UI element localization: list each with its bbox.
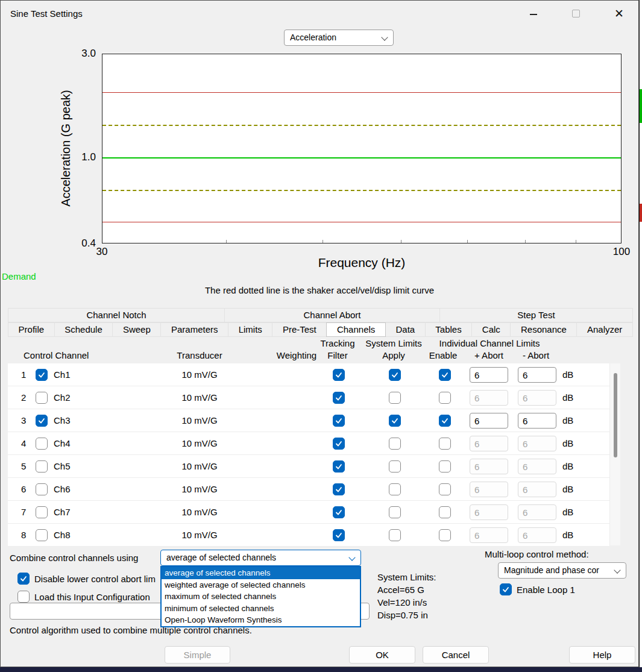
chevron-down-icon [381,34,388,40]
individual-limits-enable-checkbox[interactable] [439,460,451,473]
tracking-filter-checkbox[interactable] [333,506,345,518]
chart-line-abort-upper [102,92,621,93]
tracking-filter-checkbox[interactable] [333,415,345,427]
plus-abort-input[interactable] [470,482,508,497]
combine-option-0[interactable]: average of selected channels [162,567,360,579]
x-minor-tick [467,240,468,243]
tab-data[interactable]: Data [385,322,426,337]
enable-loop-checkbox[interactable] [500,583,512,595]
minus-abort-input[interactable] [518,459,556,474]
tab-sweep[interactable]: Sweep [112,322,161,337]
titlebar: Sine Test Settings ✕ [1,1,638,28]
minus-abort-input[interactable] [518,527,556,543]
plus-abort-input[interactable] [470,367,508,383]
system-limits-apply-checkbox[interactable] [389,529,401,541]
tab-group-step-test[interactable]: Step Test [439,308,633,322]
row-number: 8 [21,524,26,546]
plus-abort-input[interactable] [470,390,508,406]
graph-quantity-dropdown[interactable]: Acceleration [284,30,394,46]
table-scrollbar[interactable] [609,363,620,545]
tab-profile[interactable]: Profile [8,322,55,337]
tab-group-channel-notch[interactable]: Channel Notch [8,308,225,322]
combine-dropdown[interactable]: average of selected channels [160,550,361,566]
tab-calc[interactable]: Calc [471,322,511,337]
maximize-icon[interactable] [572,10,580,17]
plus-abort-input[interactable] [470,459,508,474]
tab-pre-test[interactable]: Pre-Test [272,322,327,337]
close-icon[interactable]: ✕ [614,7,624,21]
enable-loop-label: Enable Loop 1 [517,585,575,595]
individual-limits-enable-checkbox[interactable] [439,369,451,381]
individual-limits-enable-checkbox[interactable] [439,415,451,427]
minus-abort-input[interactable] [518,390,556,406]
tab-group-channel-abort[interactable]: Channel Abort [224,308,440,322]
tab-channels[interactable]: Channels [326,322,386,337]
control-channel-checkbox[interactable] [36,506,48,518]
individual-limits-enable-checkbox[interactable] [439,483,451,495]
combine-option-4[interactable]: Open-Loop Waveform Synthesis [162,614,360,626]
minus-abort-input[interactable] [518,367,556,383]
tracking-filter-checkbox[interactable] [333,392,345,404]
plus-abort-input[interactable] [470,504,508,520]
minus-abort-input[interactable] [518,482,556,497]
system-limits-apply-checkbox[interactable] [389,506,401,518]
tracking-filter-checkbox[interactable] [333,460,345,473]
tab-analyzer[interactable]: Analyzer [576,322,633,337]
control-channel-checkbox[interactable] [36,483,48,495]
control-channel-checkbox[interactable] [36,529,48,541]
tab-parameters[interactable]: Parameters [160,322,228,337]
unit-label: dB [562,501,573,523]
cancel-button[interactable]: Cancel [423,646,489,664]
tracking-filter-checkbox[interactable] [333,438,345,450]
y-tick-label: 1.0 [81,151,96,163]
row-number: 7 [21,501,26,523]
disable-lower-abort-checkbox[interactable] [17,573,30,585]
tracking-filter-checkbox[interactable] [333,529,345,541]
tab-schedule[interactable]: Schedule [54,322,113,337]
combine-option-1[interactable]: weighted average of selected channels [162,579,360,591]
table-scrollbar-thumb[interactable] [614,373,617,457]
system-limits-apply-checkbox[interactable] [389,415,401,427]
minus-abort-input[interactable] [518,504,556,520]
transducer-value: 10 mV/G [157,363,242,386]
transducer-value: 10 mV/G [157,478,242,500]
multiloop-dropdown-value: Magnitude and phase cor [504,565,599,575]
tab-tables[interactable]: Tables [425,322,473,337]
minimize-icon[interactable] [530,14,537,15]
system-limits-apply-checkbox[interactable] [389,438,401,450]
plus-abort-input[interactable] [470,436,508,451]
control-channel-checkbox[interactable] [36,392,48,404]
plus-abort-input[interactable] [470,413,508,429]
system-limits-apply-checkbox[interactable] [389,460,401,473]
tab-resonance[interactable]: Resonance [510,322,577,337]
system-limits-apply-checkbox[interactable] [389,392,401,404]
ok-button[interactable]: OK [349,646,415,664]
help-button[interactable]: Help [569,646,635,664]
combine-option-2[interactable]: maximum of selected channels [162,591,360,603]
control-channel-checkbox[interactable] [36,460,48,473]
control-channel-checkbox[interactable] [36,369,48,381]
minus-abort-input[interactable] [518,436,556,451]
individual-limits-enable-checkbox[interactable] [439,506,451,518]
simple-button[interactable]: Simple [165,646,230,664]
individual-limits-enable-checkbox[interactable] [439,529,451,541]
load-input-config-checkbox[interactable] [17,591,30,603]
disable-lower-abort-label: Disable lower control abort lim [34,574,156,584]
multiloop-dropdown[interactable]: Magnitude and phase cor [498,562,626,579]
table-row: 3Ch310 mV/GdB [8,409,609,432]
system-limits-apply-checkbox[interactable] [389,483,401,495]
channel-name: Ch8 [54,524,71,546]
minus-abort-input[interactable] [518,413,556,429]
control-channel-checkbox[interactable] [36,438,48,450]
channel-name: Ch2 [54,386,71,409]
chart-line-alarm-lower [102,190,621,191]
system-limits-apply-checkbox[interactable] [389,369,401,381]
tab-limits[interactable]: Limits [228,322,272,337]
combine-option-3[interactable]: minimum of selected channels [162,603,360,615]
tracking-filter-checkbox[interactable] [333,483,345,495]
plus-abort-input[interactable] [470,527,508,543]
individual-limits-enable-checkbox[interactable] [439,438,451,450]
tracking-filter-checkbox[interactable] [333,369,345,381]
individual-limits-enable-checkbox[interactable] [439,392,451,404]
control-channel-checkbox[interactable] [36,415,48,427]
